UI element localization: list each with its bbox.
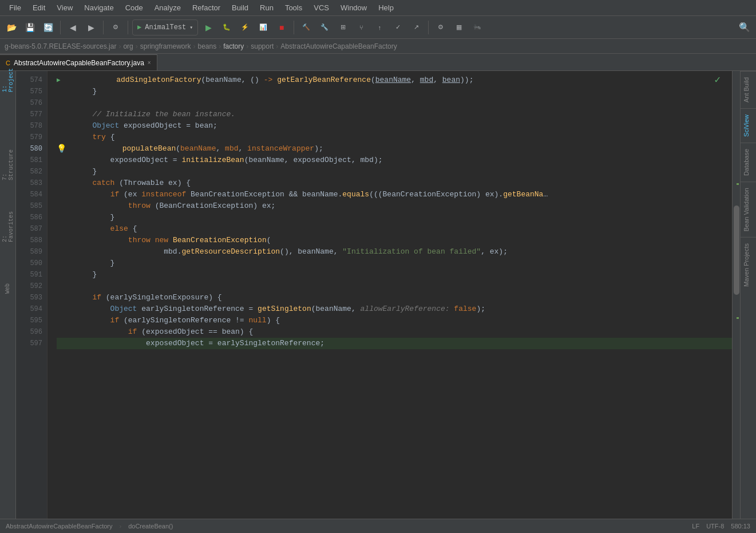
menu-file[interactable]: File: [5, 2, 26, 13]
menu-code[interactable]: Code: [121, 2, 148, 13]
scroll-marker-1: [737, 183, 739, 185]
code-line-587: else {: [57, 223, 732, 235]
run-config-selector[interactable]: ▶ AnimalTest ▾: [132, 19, 198, 35]
breadcrumb-factory[interactable]: factory: [223, 42, 244, 50]
line-587: 587: [18, 223, 42, 235]
run-config-label: AnimalTest: [145, 23, 186, 31]
status-bar: AbstractAutowireCapableBeanFactory › doC…: [0, 519, 756, 533]
line-582: 582: [18, 166, 42, 177]
layout-button[interactable]: ▦: [451, 19, 467, 35]
code-container: 574 575 576 577 578 579 580 581 582 583 …: [16, 71, 740, 519]
code-line-575: }: [57, 86, 732, 97]
stop-button[interactable]: ■: [274, 19, 290, 35]
breadcrumb-class[interactable]: AbstractAutowireCapableBeanFactory: [280, 42, 397, 50]
debug-button[interactable]: 🐛: [219, 19, 235, 35]
code-line-595: if (earlySingletonReference != null) {: [57, 315, 732, 326]
menu-run[interactable]: Run: [255, 2, 278, 13]
status-position: 580:13: [731, 523, 750, 530]
push-button[interactable]: ↗: [408, 19, 424, 35]
menu-bar: File Edit View Navigate Code Analyze Ref…: [0, 0, 756, 16]
toolbar-separator-1: [60, 21, 61, 34]
profile-button[interactable]: 📊: [255, 19, 271, 35]
line-584: 584: [18, 189, 42, 200]
status-encoding[interactable]: UTF-8: [706, 523, 724, 530]
search-everywhere-button[interactable]: 🔍: [737, 19, 753, 35]
breadcrumb-sep-1: ›: [118, 42, 121, 50]
code-line-590: }: [57, 258, 732, 269]
status-method[interactable]: doCreateBean(): [128, 523, 173, 530]
menu-navigate[interactable]: Navigate: [80, 2, 118, 13]
breadcrumb-beans[interactable]: beans: [197, 42, 216, 50]
scroll-thumb[interactable]: [734, 206, 739, 295]
build2-button[interactable]: 🔧: [316, 19, 333, 35]
run-button[interactable]: ▶: [200, 19, 216, 35]
forward-button[interactable]: ▶: [83, 19, 99, 35]
code-line-581: exposedObject = initializeBean(beanName,…: [57, 155, 732, 166]
settings-button[interactable]: ⚙: [433, 19, 449, 35]
ant-build-panel[interactable]: Ant Build: [741, 71, 756, 108]
code-line-577: // Initialize the bean instance.: [57, 109, 732, 120]
code-editor[interactable]: ✓ ▶ addSingletonFactory(beanName, () -> …: [48, 71, 732, 519]
coverage-button[interactable]: ⚡: [237, 19, 253, 35]
update-button[interactable]: ↑: [371, 19, 387, 35]
tab-label: AbstractAutowireCapableBeanFactory.java: [14, 59, 144, 67]
tab-close-button[interactable]: ×: [148, 60, 151, 66]
toolbar-separator-5: [428, 21, 429, 34]
bean-validation-panel[interactable]: Bean Validation: [741, 181, 756, 237]
database-panel[interactable]: Database: [741, 143, 756, 181]
menu-view[interactable]: View: [52, 2, 77, 13]
menu-analyze[interactable]: Analyze: [150, 2, 185, 13]
bulb-icon[interactable]: 💡: [57, 143, 66, 155]
vcs-button[interactable]: ⑂: [353, 19, 369, 35]
editor-scrollbar[interactable]: [732, 71, 740, 519]
ant-button[interactable]: 🐜: [469, 19, 485, 35]
menu-help[interactable]: Help: [374, 2, 398, 13]
breadcrumb-springframework[interactable]: springframework: [140, 42, 191, 50]
build-button[interactable]: 🔨: [298, 19, 314, 35]
main-area: 1: Project 7: Structure 2: Favorites Web…: [0, 71, 756, 519]
toolbar-separator-4: [294, 21, 294, 34]
back-button[interactable]: ◀: [65, 19, 81, 35]
right-panels: Ant Build SciView Database Bean Validati…: [740, 71, 756, 519]
line-589: 589: [18, 246, 42, 258]
status-class[interactable]: AbstractAutowireCapableBeanFactory: [6, 523, 112, 530]
terminal-button[interactable]: ⊞: [335, 19, 351, 35]
menu-edit[interactable]: Edit: [28, 2, 50, 13]
breadcrumb-jar[interactable]: g-beans-5.0.7.RELEASE-sources.jar: [5, 42, 116, 50]
line-574: 574: [18, 74, 42, 86]
save-button[interactable]: 💾: [22, 19, 38, 35]
sidebar-structure[interactable]: 7: Structure: [1, 158, 15, 172]
breadcrumb-support[interactable]: support: [251, 42, 274, 50]
menu-window[interactable]: Window: [336, 2, 371, 13]
sync-button[interactable]: 🔄: [40, 19, 56, 35]
menu-build[interactable]: Build: [227, 2, 253, 13]
breadcrumb-sep-3: ›: [193, 42, 195, 50]
sidebar-favorites[interactable]: 2: Favorites: [1, 220, 15, 234]
status-lf[interactable]: LF: [692, 523, 699, 530]
line-578: 578: [18, 120, 42, 132]
sciview-panel[interactable]: SciView: [741, 108, 756, 143]
code-line-589: mbd.getResourceDescription(), beanName, …: [57, 246, 732, 258]
code-line-592: [57, 281, 732, 292]
status-sep-1: ›: [119, 523, 121, 530]
code-line-576: [57, 97, 732, 109]
line-588: 588: [18, 235, 42, 246]
sidebar-project[interactable]: 1: Project: [1, 73, 15, 87]
line-595: 595: [18, 315, 42, 326]
menu-tools[interactable]: Tools: [280, 2, 307, 13]
editor-tab[interactable]: C AbstractAutowireCapableBeanFactory.jav…: [0, 54, 157, 70]
menu-refactor[interactable]: Refactor: [188, 2, 225, 13]
sidebar-web[interactable]: Web: [3, 282, 12, 295]
tab-bar: C AbstractAutowireCapableBeanFactory.jav…: [0, 54, 756, 71]
menu-vcs[interactable]: VCS: [309, 2, 334, 13]
line-586: 586: [18, 212, 42, 223]
breadcrumb-org[interactable]: org: [123, 42, 133, 50]
commit-button[interactable]: ✓: [390, 19, 406, 35]
line-585: 585: [18, 200, 42, 212]
structure-button[interactable]: ⚙: [108, 19, 124, 35]
code-line-583: catch (Throwable ex) {: [57, 177, 732, 189]
maven-projects-panel[interactable]: Maven Projects: [741, 237, 756, 293]
breadcrumb: g-beans-5.0.7.RELEASE-sources.jar › org …: [0, 39, 756, 54]
open-button[interactable]: 📂: [3, 19, 19, 35]
breadcrumb-sep-5: ›: [246, 42, 248, 50]
